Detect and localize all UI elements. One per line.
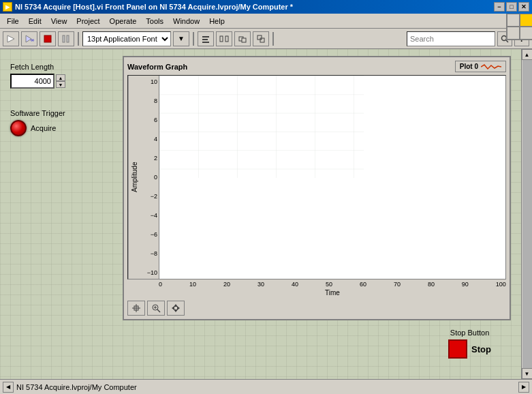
svg-marker-0 — [7, 35, 14, 42]
y-tick-0: 0 — [142, 174, 157, 181]
software-trigger-group: Software Trigger Acquire — [10, 109, 102, 136]
svg-marker-29 — [177, 306, 180, 310]
plot-legend[interactable]: Plot 0 — [455, 61, 506, 72]
plot-line-preview — [481, 63, 501, 70]
x-tick-70: 70 — [394, 281, 401, 288]
y-tick-n8: −8 — [142, 250, 157, 257]
font-size-down-button[interactable]: ▼ — [173, 31, 189, 46]
graph-plot-area: Amplitude 10 8 6 4 2 0 −2 −4 −6 −8 −10 — [127, 75, 506, 279]
svg-rect-10 — [225, 36, 228, 42]
stop-button-row[interactable]: Stop — [448, 339, 491, 359]
y-tick-6: 6 — [142, 117, 157, 123]
menu-operate[interactable]: Operate — [106, 16, 141, 27]
svg-rect-7 — [202, 39, 208, 40]
status-text: NI 5734 Acquire.lvproj/My Computer — [16, 383, 516, 391]
graph-container: Waveform Graph Plot 0 Amplitude 10 8 6 4 — [123, 56, 511, 320]
svg-marker-28 — [172, 306, 174, 310]
abort-button[interactable] — [40, 31, 56, 46]
fetch-length-control: ▲ ▼ — [10, 74, 102, 89]
main-area: Fetch Length ▲ ▼ Software Trigger Acquir… — [0, 49, 532, 379]
plot-label: Plot 0 — [460, 63, 478, 70]
y-tick-n6: −6 — [142, 231, 157, 238]
stop-button-group: Stop Button Stop — [448, 329, 491, 359]
graph-zoom-button[interactable] — [147, 301, 165, 316]
x-tick-20: 20 — [223, 281, 230, 288]
menu-file[interactable]: File — [3, 16, 23, 27]
y-tick-n10: −10 — [142, 269, 157, 276]
status-scroll-left-button[interactable]: ◀ — [3, 382, 14, 393]
graph-toolbar — [127, 301, 506, 316]
corner-panel — [506, 14, 532, 40]
acquire-label: Acquire — [31, 124, 56, 132]
y-tick-10: 10 — [142, 78, 157, 85]
svg-rect-12 — [242, 38, 246, 42]
x-tick-10: 10 — [189, 281, 196, 288]
fetch-length-label: Fetch Length — [10, 63, 102, 71]
x-tick-60: 60 — [360, 281, 366, 288]
y-tick-n2: −2 — [142, 193, 157, 200]
maximize-button[interactable]: □ — [506, 2, 517, 12]
x-tick-30: 30 — [257, 281, 264, 288]
menu-help[interactable]: Help — [205, 16, 229, 27]
x-axis-area: 0 10 20 30 40 50 60 70 80 90 100 — [159, 279, 506, 288]
spin-up-button[interactable]: ▲ — [56, 74, 65, 81]
x-tick-100: 100 — [496, 281, 506, 288]
corner-cell-1 — [507, 14, 520, 27]
resize-button[interactable] — [234, 31, 251, 46]
title-bar: ▶ NI 5734 Acquire [Host].vi Front Panel … — [0, 0, 532, 14]
stop-text: Stop — [471, 344, 491, 354]
scroll-track[interactable] — [522, 60, 532, 368]
svg-rect-14 — [260, 38, 264, 42]
graph-inner — [159, 76, 505, 279]
software-trigger-label: Software Trigger — [10, 109, 102, 117]
y-tick-4: 4 — [142, 136, 157, 142]
graph-pan-button[interactable] — [167, 301, 185, 316]
close-button[interactable]: ✕ — [518, 2, 529, 12]
menu-tools[interactable]: Tools — [142, 16, 168, 27]
menu-window[interactable]: Window — [169, 16, 204, 27]
acquire-button-group[interactable]: Acquire — [10, 120, 102, 136]
status-bar: ◀ NI 5734 Acquire.lvproj/My Computer ▶ — [0, 379, 532, 394]
search-input[interactable] — [407, 31, 495, 46]
app-icon: ▶ — [3, 2, 12, 12]
y-axis-ticks: 10 8 6 4 2 0 −2 −4 −6 −8 −10 — [140, 76, 159, 279]
distribute-button[interactable] — [216, 31, 232, 46]
acquire-indicator — [10, 120, 27, 136]
left-panel: Fetch Length ▲ ▼ Software Trigger Acquir… — [0, 49, 112, 379]
font-selector[interactable]: 13pt Application Font — [82, 31, 171, 46]
graph-crosshair-button[interactable] — [127, 301, 145, 316]
minimize-button[interactable]: − — [494, 2, 505, 12]
waveform-graph-title: Waveform Graph — [127, 63, 187, 71]
svg-rect-13 — [257, 35, 262, 40]
toolbar-sep-1 — [78, 32, 79, 46]
y-tick-8: 8 — [142, 97, 157, 104]
reorder-button[interactable] — [253, 31, 269, 46]
menu-view[interactable]: View — [47, 16, 72, 27]
y-tick-n4: −4 — [142, 212, 157, 219]
scroll-down-button[interactable]: ▼ — [522, 368, 533, 379]
run-arrow-button[interactable] — [3, 31, 19, 46]
pause-button[interactable] — [58, 31, 74, 46]
toolbar-sep-2 — [193, 32, 194, 46]
corner-cell-4 — [520, 27, 532, 40]
x-ticks: 0 10 20 30 40 50 60 70 80 90 100 — [159, 279, 506, 288]
fetch-length-input[interactable] — [10, 74, 54, 89]
svg-rect-8 — [202, 42, 209, 43]
scroll-up-button[interactable]: ▲ — [522, 49, 533, 60]
spin-down-button[interactable]: ▼ — [56, 81, 65, 88]
svg-rect-18 — [159, 76, 364, 178]
right-scrollbar: ▲ ▼ — [521, 49, 532, 379]
svg-text:∞: ∞ — [31, 37, 34, 42]
graph-title-row: Waveform Graph Plot 0 — [127, 61, 506, 72]
menu-project[interactable]: Project — [72, 16, 104, 27]
fetch-length-spinner: ▲ ▼ — [56, 74, 65, 88]
align-button[interactable] — [198, 31, 214, 46]
run-continuously-button[interactable]: ∞ — [21, 31, 37, 46]
menu-bar: File Edit View Project Operate Tools Win… — [0, 14, 532, 29]
x-tick-90: 90 — [462, 281, 469, 288]
menu-edit[interactable]: Edit — [25, 16, 46, 27]
status-scroll-right-button[interactable]: ▶ — [518, 382, 529, 393]
svg-rect-5 — [67, 35, 69, 42]
x-tick-50: 50 — [326, 281, 332, 288]
x-tick-0: 0 — [159, 281, 162, 288]
